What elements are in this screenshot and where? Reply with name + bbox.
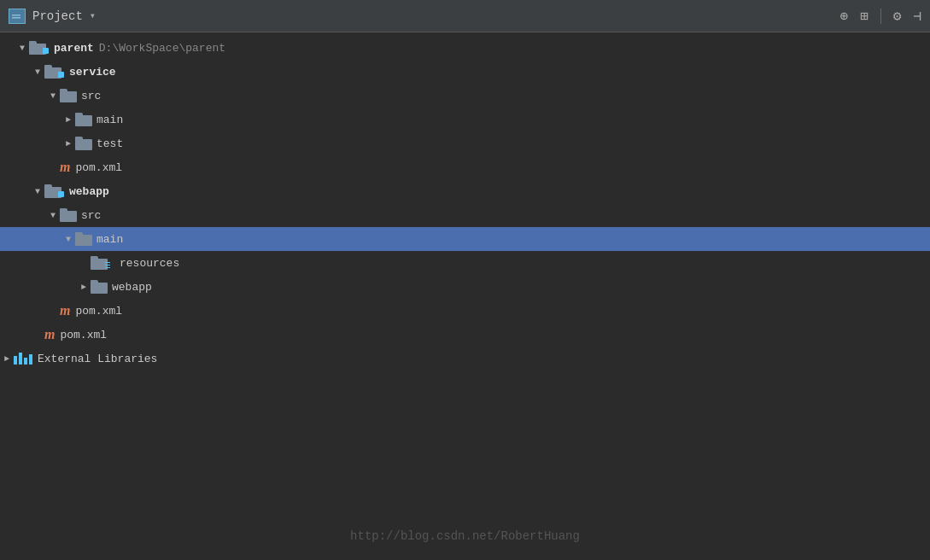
label-webapp-pom: pom.xml — [75, 305, 122, 318]
watermark: http://blog.csdn.net/RobertHuang — [0, 529, 930, 543]
external-libraries-icon — [14, 353, 32, 365]
arrow-webapp-main — [61, 235, 75, 244]
arrow-webapp-src — [46, 211, 60, 220]
svg-rect-3 — [12, 17, 20, 19]
folder-icon-service-test — [75, 137, 92, 150]
arrow-service-src — [46, 91, 60, 101]
tree-item-webapp[interactable]: webapp — [0, 179, 930, 203]
folder-icon-webapp-main — [75, 232, 92, 246]
dropdown-arrow[interactable]: ▾ — [90, 9, 96, 22]
label-service-pom: pom.xml — [75, 161, 122, 174]
maven-icon-webapp-pom: m — [60, 303, 70, 318]
tree-item-webapp-resources[interactable]: resources — [0, 251, 930, 275]
panel-title: Project — [32, 9, 83, 23]
path-parent: D:\WorkSpace\parent — [99, 42, 225, 55]
tree-item-webapp-webapp[interactable]: webapp — [0, 275, 930, 299]
globe-icon[interactable]: ⊕ — [839, 8, 848, 25]
arrow-service-test — [61, 139, 75, 149]
label-service-src: src — [81, 90, 101, 102]
tree-item-service-test[interactable]: test — [0, 131, 930, 155]
folder-icon-webapp-webapp — [91, 280, 108, 294]
maven-icon-root-pom: m — [44, 327, 55, 342]
tree-item-service-src[interactable]: src — [0, 84, 930, 108]
project-panel-icon — [9, 9, 26, 24]
svg-rect-2 — [12, 15, 20, 16]
settings-icon[interactable]: ⚙ — [893, 8, 902, 25]
label-service: service — [69, 66, 116, 79]
tree-item-service-main[interactable]: main — [0, 108, 930, 131]
separator — [880, 9, 881, 24]
tree-item-root-pom[interactable]: m pom.xml — [0, 323, 930, 347]
tree-item-service[interactable]: service — [0, 60, 930, 84]
pin-icon[interactable]: ⊣ — [913, 8, 921, 25]
folder-icon-service — [44, 65, 65, 79]
title-bar: Project ▾ ⊕ ⊞ ⚙ ⊣ — [0, 0, 930, 32]
label-webapp-resources: resources — [120, 257, 179, 270]
maven-icon-service-pom: m — [60, 160, 70, 175]
tree-item-service-pom[interactable]: m pom.xml — [0, 155, 930, 179]
folder-icon-webapp-resources — [91, 256, 111, 270]
arrow-parent — [15, 44, 29, 53]
tree-item-webapp-pom[interactable]: m pom.xml — [0, 299, 930, 323]
layout-icon[interactable]: ⊞ — [860, 8, 869, 25]
toolbar-icons: ⊕ ⊞ ⚙ ⊣ — [839, 8, 921, 25]
title-left: Project ▾ — [9, 9, 96, 24]
label-webapp-src: src — [81, 209, 101, 222]
tree-item-parent[interactable]: parent D:\WorkSpace\parent — [0, 36, 930, 60]
label-root-pom: pom.xml — [60, 329, 107, 341]
arrow-webapp — [31, 187, 44, 196]
label-parent: parent — [54, 42, 94, 55]
arrow-external — [0, 354, 14, 364]
folder-icon-parent — [29, 41, 50, 55]
label-webapp-main: main — [97, 233, 123, 246]
tree-item-external-libraries[interactable]: External Libraries — [0, 347, 930, 370]
label-webapp: webapp — [69, 185, 109, 198]
label-external-libraries: External Libraries — [38, 353, 157, 365]
folder-icon-webapp-src — [60, 208, 77, 222]
folder-icon-service-src — [60, 89, 77, 102]
label-webapp-webapp: webapp — [112, 281, 152, 294]
arrow-webapp-webapp — [77, 283, 91, 292]
label-service-main: main — [97, 114, 123, 126]
label-service-test: test — [97, 137, 123, 150]
arrow-service — [31, 67, 44, 77]
tree-item-webapp-main[interactable]: main — [0, 227, 930, 251]
folder-icon-service-main — [75, 113, 92, 126]
folder-icon-webapp — [44, 184, 65, 198]
arrow-service-main — [61, 115, 75, 125]
project-tree: parent D:\WorkSpace\parent service src m… — [0, 32, 930, 374]
svg-rect-1 — [10, 10, 15, 14]
tree-item-webapp-src[interactable]: src — [0, 203, 930, 227]
